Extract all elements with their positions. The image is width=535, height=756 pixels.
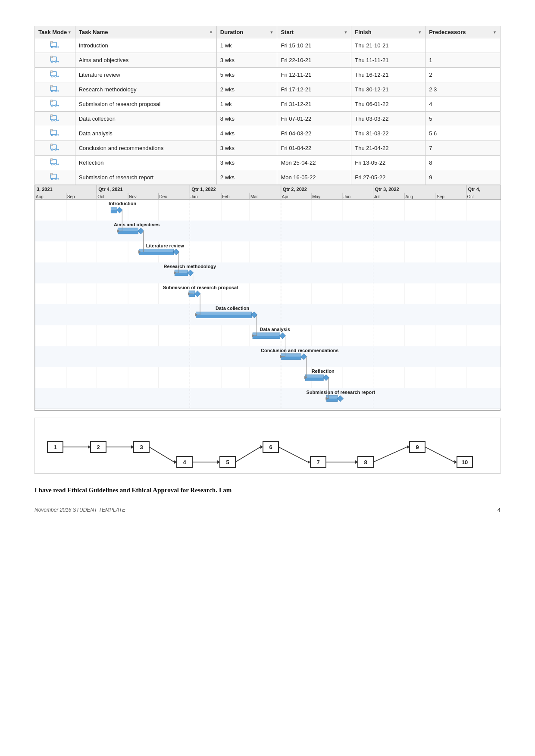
sort-arrow-start[interactable]: ▼	[344, 30, 347, 34]
gantt-canvas	[35, 185, 501, 409]
task-mode-cell	[35, 156, 75, 170]
svg-point-26	[58, 91, 59, 92]
th-duration: Duration ▼	[216, 26, 277, 38]
sort-arrow-duration[interactable]: ▼	[270, 30, 274, 34]
task-mode-cell	[35, 53, 75, 68]
task-pred-cell: 1	[425, 53, 501, 68]
page: Task Mode ▼ Task Name ▼ Duration ▼	[0, 0, 535, 539]
task-finish-cell: Thu 03-03-22	[351, 112, 425, 126]
task-mode-icon	[50, 70, 59, 78]
th-name-label: Task Name	[79, 29, 108, 35]
task-mode-icon	[50, 144, 59, 151]
footer-heading: I have read Ethical Guidelines and Ethic…	[34, 487, 501, 494]
task-start-cell: Fri 22-10-21	[277, 53, 351, 68]
task-name-cell: Literature review	[75, 68, 216, 82]
th-predecessors: Predecessors ▼	[425, 26, 501, 38]
svg-rect-13	[50, 56, 53, 58]
th-finish-label: Finish	[355, 29, 371, 35]
task-pred-cell: 5	[425, 112, 501, 126]
svg-rect-41	[50, 115, 53, 116]
task-start-cell: Fri 15-10-21	[277, 38, 351, 53]
table-row: Data analysis4 wksFri 04-03-22Thu 31-03-…	[35, 126, 501, 141]
task-duration-cell: 3 wks	[216, 53, 277, 68]
svg-point-1	[51, 46, 53, 48]
svg-point-12	[58, 61, 59, 62]
svg-point-19	[58, 76, 59, 77]
network-diagram	[34, 418, 501, 474]
task-finish-cell: Thu 21-10-21	[351, 38, 425, 53]
svg-rect-6	[50, 41, 53, 43]
task-mode-cell	[35, 38, 75, 53]
task-finish-cell: Thu 31-03-22	[351, 126, 425, 141]
task-mode-icon	[50, 114, 59, 122]
task-mode-cell	[35, 112, 75, 126]
task-duration-cell: 3 wks	[216, 141, 277, 156]
task-mode-icon	[50, 129, 59, 137]
th-start: Start ▼	[277, 26, 351, 38]
sort-arrow-finish[interactable]: ▼	[418, 30, 422, 34]
task-finish-cell: Fri 13-05-22	[351, 156, 425, 170]
task-start-cell: Fri 01-04-22	[277, 141, 351, 156]
task-name-cell: Reflection	[75, 156, 216, 170]
task-name-cell: Submission of research report	[75, 170, 216, 185]
svg-rect-62	[50, 159, 53, 160]
task-name-cell: Research methodology	[75, 82, 216, 97]
task-name-cell: Conclusion and recommendations	[75, 141, 216, 156]
sort-arrow-mode[interactable]: ▼	[68, 30, 72, 34]
task-start-cell: Fri 07-01-22	[277, 112, 351, 126]
table-row: Data collection8 wksFri 07-01-22Thu 03-0…	[35, 112, 501, 126]
task-pred-cell: 7	[425, 141, 501, 156]
task-mode-cell	[35, 82, 75, 97]
task-pred-cell: 5,6	[425, 126, 501, 141]
task-duration-cell: 1 wk	[216, 97, 277, 112]
task-start-cell: Fri 04-03-22	[277, 126, 351, 141]
task-name-cell: Data collection	[75, 112, 216, 126]
th-name: Task Name ▼	[75, 26, 216, 38]
svg-point-68	[58, 178, 59, 180]
th-mode-label: Task Mode	[38, 29, 67, 35]
sort-arrow-pred[interactable]: ▼	[493, 30, 497, 34]
task-duration-cell: 1 wk	[216, 38, 277, 53]
table-row: Literature review5 wksFri 12-11-21Thu 16…	[35, 68, 501, 82]
svg-point-33	[58, 105, 59, 106]
template-label: November 2016 STUDENT TEMPLATE	[34, 507, 125, 513]
task-finish-cell: Thu 21-04-22	[351, 141, 425, 156]
task-mode-cell	[35, 170, 75, 185]
task-pred-cell: 2,3	[425, 82, 501, 97]
task-mode-cell	[35, 141, 75, 156]
svg-point-47	[58, 134, 59, 136]
table-row: Aims and objectives3 wksFri 22-10-21Thu …	[35, 53, 501, 68]
task-mode-icon	[50, 158, 59, 166]
task-mode-icon	[50, 41, 59, 49]
table-row: Submission of research report2 wksMon 16…	[35, 170, 501, 185]
task-duration-cell: 2 wks	[216, 82, 277, 97]
task-mode-icon	[50, 173, 59, 181]
task-name-cell: Aims and objectives	[75, 53, 216, 68]
task-mode-cell	[35, 97, 75, 112]
svg-rect-34	[50, 100, 53, 102]
gantt-chart-wrapper	[34, 185, 501, 411]
table-row: Submission of research proposal1 wkFri 3…	[35, 97, 501, 112]
task-name-cell: Data analysis	[75, 126, 216, 141]
svg-rect-27	[50, 85, 53, 87]
task-pred-cell: 2	[425, 68, 501, 82]
task-name-cell: Submission of research proposal	[75, 97, 216, 112]
svg-rect-55	[50, 144, 53, 146]
svg-rect-20	[50, 71, 53, 72]
th-duration-label: Duration	[220, 29, 243, 35]
svg-rect-48	[50, 129, 53, 131]
svg-point-2	[55, 46, 56, 48]
page-number: 4	[497, 507, 501, 513]
task-start-cell: Fri 31-12-21	[277, 97, 351, 112]
sort-arrow-name[interactable]: ▼	[209, 30, 213, 34]
task-duration-cell: 4 wks	[216, 126, 277, 141]
task-start-cell: Fri 12-11-21	[277, 68, 351, 82]
task-pred-cell: 4	[425, 97, 501, 112]
task-finish-cell: Thu 30-12-21	[351, 82, 425, 97]
task-finish-cell: Thu 06-01-22	[351, 97, 425, 112]
task-duration-cell: 8 wks	[216, 112, 277, 126]
svg-point-54	[58, 149, 59, 150]
task-mode-icon	[50, 100, 59, 107]
table-row: Conclusion and recommendations3 wksFri 0…	[35, 141, 501, 156]
task-finish-cell: Fri 27-05-22	[351, 170, 425, 185]
